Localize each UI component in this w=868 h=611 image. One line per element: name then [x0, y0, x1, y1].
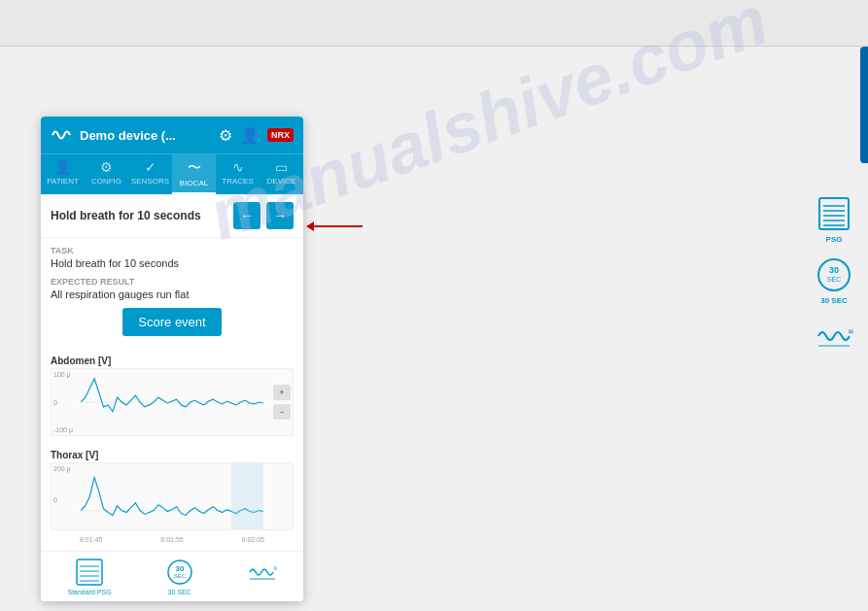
task-value: Hold breath for 10 seconds: [51, 257, 294, 269]
right-edge-bar: [860, 47, 868, 163]
score-event-button[interactable]: Score event: [122, 308, 221, 336]
svg-rect-13: [231, 463, 263, 529]
task-section: TASK Hold breath for 10 seconds EXPECTED…: [41, 238, 303, 352]
waves-right-icon[interactable]: ≋: [815, 317, 853, 356]
tab-config[interactable]: ⚙ CONFIG: [85, 154, 128, 194]
prev-step-button[interactable]: ←: [233, 202, 260, 229]
abdomen-y-zero: 0: [53, 399, 79, 406]
thorax-chart: 200 μ 0: [51, 462, 294, 530]
svg-text:30: 30: [829, 265, 839, 275]
svg-text:≋: ≋: [848, 327, 853, 336]
bottom-nav-30sec[interactable]: 30 SEC 30 SEC: [165, 558, 194, 595]
abdomen-zoom-out[interactable]: −: [273, 404, 291, 420]
sensors-icon: ✓: [145, 159, 156, 175]
svg-text:SEC: SEC: [173, 573, 186, 579]
abdomen-y-max: 100 μ: [53, 371, 79, 378]
biocal-icon: 〜: [188, 159, 201, 177]
svg-text:30: 30: [175, 564, 184, 573]
tab-sensors-label: SENSORS: [131, 177, 169, 186]
expected-value: All respiration gauges run flat: [51, 289, 294, 300]
nrx-badge: NRX: [267, 128, 294, 142]
device-icon: ▭: [275, 159, 288, 175]
tab-patient[interactable]: 👤 PATIENT: [41, 154, 85, 194]
tab-patient-label: PATIENT: [47, 177, 79, 186]
thorax-y-max: 200 μ: [53, 465, 79, 472]
svg-point-6: [818, 259, 850, 290]
tab-traces-label: TRACES: [222, 177, 253, 186]
bottom-nav-30sec-label: 30 SEC: [168, 589, 191, 595]
bottom-nav: Standard PSG 30 SEC 30 SEC ≋: [41, 551, 303, 601]
top-bar: [0, 0, 868, 47]
tab-traces[interactable]: ∿ TRACES: [216, 154, 260, 194]
abdomen-chart: 100 μ 0 -100 μ + −: [51, 368, 294, 436]
tab-config-label: CONFIG: [91, 177, 122, 186]
bottom-nav-psg[interactable]: Standard PSG: [67, 558, 111, 595]
patient-icon: 👤: [54, 159, 71, 175]
bottom-nav-psg-label: Standard PSG: [67, 589, 111, 595]
step-title: Hold breath for 10 seconds: [51, 209, 227, 222]
tab-biocal-label: BIOCAL: [180, 179, 208, 187]
svg-rect-0: [819, 198, 849, 229]
time-label-1: 8:01:55: [160, 536, 183, 543]
expected-label: EXPECTED RESULT: [51, 277, 294, 287]
panel-header: Demo device (... ⚙ 👤 NRX: [41, 117, 303, 153]
person-icon[interactable]: 👤: [240, 126, 260, 145]
tab-sensors[interactable]: ✓ SENSORS: [128, 154, 172, 194]
time-label-0: 8:01:45: [80, 536, 102, 543]
abdomen-chart-area: Abdomen [V] 100 μ 0 -100 μ + −: [41, 352, 303, 446]
psg-right-icon[interactable]: PSG: [815, 194, 853, 244]
panel-title: Demo device (...: [80, 128, 211, 143]
tab-biocal[interactable]: 〜 BIOCAL: [172, 154, 216, 194]
time-axis: 8:01:45 8:01:55 8:02:05: [51, 536, 294, 547]
config-icon: ⚙: [100, 159, 113, 175]
header-actions: ⚙ 👤 NRX: [219, 126, 294, 145]
nav-tabs: 👤 PATIENT ⚙ CONFIG ✓ SENSORS 〜 BIOCAL ∿ …: [41, 153, 303, 194]
psg-right-label: PSG: [826, 235, 843, 244]
svg-text:SEC: SEC: [827, 276, 841, 283]
thorax-chart-label: Thorax [V]: [51, 450, 294, 460]
task-label: TASK: [51, 246, 294, 255]
abdomen-y-min: -100 μ: [53, 426, 79, 433]
device-panel: Demo device (... ⚙ 👤 NRX 👤 PATIENT ⚙ CON…: [41, 117, 303, 601]
gear-icon[interactable]: ⚙: [219, 126, 232, 145]
device-header-icon: [51, 124, 72, 146]
tab-device-label: DEVICE: [267, 177, 296, 186]
traces-icon: ∿: [232, 159, 244, 175]
next-step-button[interactable]: →: [266, 202, 294, 229]
svg-text:≋: ≋: [273, 565, 277, 571]
time-label-2: 8:02:05: [242, 536, 264, 543]
abdomen-chart-label: Abdomen [V]: [51, 356, 294, 366]
tab-device[interactable]: ▭ DEVICE: [260, 154, 303, 194]
step-header: Hold breath for 10 seconds ← →: [41, 194, 303, 238]
right-icons-panel: PSG 30 SEC 30 SEC ≋: [815, 194, 853, 356]
abdomen-zoom-in[interactable]: +: [273, 385, 291, 400]
30sec-right-label: 30 SEC: [820, 296, 848, 305]
thorax-y-zero: 0: [53, 496, 79, 503]
arrow-indicator: [306, 221, 363, 231]
30sec-right-icon[interactable]: 30 SEC 30 SEC: [815, 255, 853, 305]
thorax-chart-area: Thorax [V] 200 μ 0 8:01:45 8:01:55 8:02:…: [41, 446, 303, 551]
bottom-nav-waves[interactable]: ≋: [248, 558, 277, 595]
